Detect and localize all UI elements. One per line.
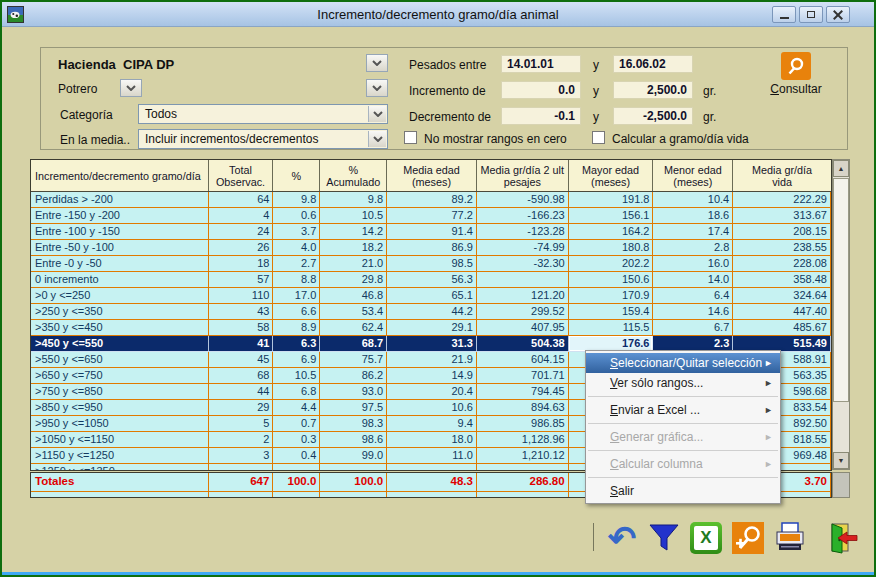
- table-cell[interactable]: 18: [209, 256, 274, 272]
- table-cell[interactable]: 191.8: [569, 192, 654, 208]
- table-cell[interactable]: 18.2: [320, 240, 387, 256]
- table-cell[interactable]: 21.9: [387, 352, 477, 368]
- table-cell[interactable]: 26: [209, 240, 274, 256]
- table-cell[interactable]: Perdidas > -200: [31, 192, 209, 208]
- table-cell[interactable]: 794.45: [477, 384, 569, 400]
- table-cell[interactable]: Entre -150 y -200: [31, 208, 209, 224]
- table-cell[interactable]: 44.2: [387, 304, 477, 320]
- table-cell[interactable]: 156.1: [569, 208, 654, 224]
- table-cell[interactable]: 98.3: [320, 416, 387, 432]
- table-cell[interactable]: 44: [209, 384, 274, 400]
- table-cell[interactable]: -123.28: [477, 224, 569, 240]
- table-cell[interactable]: 2.7: [273, 256, 320, 272]
- table-cell[interactable]: 98.5: [387, 256, 477, 272]
- table-cell[interactable]: 150.6: [569, 272, 654, 288]
- table-cell[interactable]: 89.2: [387, 192, 477, 208]
- table-cell[interactable]: -32.30: [477, 256, 569, 272]
- table-cell[interactable]: 68.7: [320, 336, 387, 352]
- table-cell[interactable]: Entre -50 y -100: [31, 240, 209, 256]
- table-cell[interactable]: 65.1: [387, 288, 477, 304]
- table-cell[interactable]: >650 y <=750: [31, 368, 209, 384]
- table-cell[interactable]: 299.52: [477, 304, 569, 320]
- table-cell[interactable]: 121.20: [477, 288, 569, 304]
- table-cell[interactable]: 98.6: [320, 432, 387, 448]
- table-cell[interactable]: -166.23: [477, 208, 569, 224]
- chevron-down-icon[interactable]: [368, 106, 386, 122]
- table-row[interactable]: >250 y <=350436.653.444.2299.52159.414.6…: [31, 304, 831, 320]
- table-cell[interactable]: 504.38: [477, 336, 569, 352]
- table-cell[interactable]: 701.71: [477, 368, 569, 384]
- table-cell[interactable]: 0.7: [273, 416, 320, 432]
- categoria-select[interactable]: Todos: [138, 104, 388, 124]
- pesados-from-input[interactable]: 14.01.01: [501, 55, 581, 73]
- table-cell[interactable]: 208.15: [733, 224, 831, 240]
- table-cell[interactable]: Entre -100 y -150: [31, 224, 209, 240]
- table-cell[interactable]: Entre -0 y -50: [31, 256, 209, 272]
- minimize-button[interactable]: [772, 6, 796, 23]
- table-cell[interactable]: 20.4: [387, 384, 477, 400]
- table-cell[interactable]: 222.29: [733, 192, 831, 208]
- context-menu-item[interactable]: Seleccionar/Quitar selección►: [586, 353, 780, 373]
- table-cell[interactable]: 358.48: [733, 272, 831, 288]
- table-cell[interactable]: 14.2: [320, 224, 387, 240]
- vertical-scrollbar[interactable]: ▲ ▼: [832, 159, 850, 470]
- table-cell[interactable]: 53.4: [320, 304, 387, 320]
- table-cell[interactable]: 4.0: [273, 240, 320, 256]
- close-button[interactable]: [826, 6, 850, 23]
- table-cell[interactable]: 0.6: [273, 208, 320, 224]
- table-cell[interactable]: 3.7: [273, 224, 320, 240]
- table-row[interactable]: Entre -50 y -100264.018.286.9-74.99180.8…: [31, 240, 831, 256]
- table-cell[interactable]: 6.9: [273, 352, 320, 368]
- table-cell[interactable]: 407.95: [477, 320, 569, 336]
- table-cell[interactable]: 324.64: [733, 288, 831, 304]
- table-row[interactable]: >350 y <=450588.962.429.1407.95115.56.74…: [31, 320, 831, 336]
- table-cell[interactable]: 17.4: [653, 224, 733, 240]
- table-cell[interactable]: >450 y <=550: [31, 336, 209, 352]
- table-cell[interactable]: 10.5: [320, 208, 387, 224]
- table-cell[interactable]: [320, 464, 387, 470]
- table-cell[interactable]: 91.4: [387, 224, 477, 240]
- potrero-dropdown-button[interactable]: [366, 79, 388, 97]
- table-cell[interactable]: 97.5: [320, 400, 387, 416]
- decremento-from-input[interactable]: -0.1: [501, 107, 581, 125]
- table-cell[interactable]: >1250 y <=1350: [31, 464, 209, 470]
- table-cell[interactable]: 485.67: [733, 320, 831, 336]
- maximize-button[interactable]: [799, 6, 823, 23]
- scroll-up-button[interactable]: ▲: [833, 160, 849, 177]
- table-cell[interactable]: 77.2: [387, 208, 477, 224]
- table-cell[interactable]: 56.3: [387, 272, 477, 288]
- scrollbar-thumb[interactable]: [833, 178, 849, 402]
- table-cell[interactable]: 8.8: [273, 272, 320, 288]
- zoom-query-button[interactable]: [729, 519, 767, 557]
- hacienda-dropdown-button[interactable]: [366, 54, 388, 72]
- table-cell[interactable]: 2.8: [653, 240, 733, 256]
- table-cell[interactable]: [273, 464, 320, 470]
- table-cell[interactable]: 6.3: [273, 336, 320, 352]
- table-cell[interactable]: 6.6: [273, 304, 320, 320]
- table-cell[interactable]: >750 y <=850: [31, 384, 209, 400]
- table-cell[interactable]: >850 y <=950: [31, 400, 209, 416]
- table-cell[interactable]: 6.7: [653, 320, 733, 336]
- table-cell[interactable]: 4.4: [273, 400, 320, 416]
- table-cell[interactable]: [477, 272, 569, 288]
- table-cell[interactable]: 0.3: [273, 432, 320, 448]
- context-menu-item[interactable]: Salir: [586, 481, 780, 501]
- table-cell[interactable]: 10.4: [653, 192, 733, 208]
- table-cell[interactable]: >950 y <=1050: [31, 416, 209, 432]
- table-cell[interactable]: 68: [209, 368, 274, 384]
- scroll-down-button[interactable]: ▼: [833, 452, 849, 469]
- table-row[interactable]: >0 y <=25011017.046.865.1121.20170.96.43…: [31, 288, 831, 304]
- table-cell[interactable]: 16.0: [653, 256, 733, 272]
- table-cell[interactable]: 29.8: [320, 272, 387, 288]
- table-cell[interactable]: 14.0: [653, 272, 733, 288]
- table-cell[interactable]: 447.40: [733, 304, 831, 320]
- incremento-to-input[interactable]: 2,500.0: [613, 81, 693, 99]
- table-cell[interactable]: 45: [209, 352, 274, 368]
- table-cell[interactable]: -74.99: [477, 240, 569, 256]
- table-row[interactable]: Entre -100 y -150243.714.291.4-123.28164…: [31, 224, 831, 240]
- table-cell[interactable]: 1,210.12: [477, 448, 569, 464]
- table-cell[interactable]: >350 y <=450: [31, 320, 209, 336]
- table-cell[interactable]: 3: [209, 448, 274, 464]
- table-cell[interactable]: >250 y <=350: [31, 304, 209, 320]
- table-cell[interactable]: >0 y <=250: [31, 288, 209, 304]
